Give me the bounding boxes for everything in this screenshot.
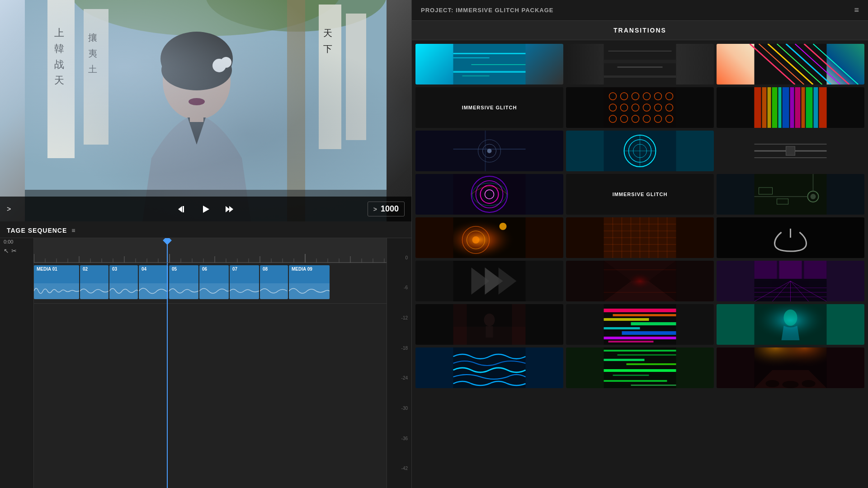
clip-03-label: 03 [109, 265, 138, 273]
thumb-20-art [566, 304, 714, 345]
media-clip-05[interactable]: 05 [169, 265, 198, 299]
transition-thumb-15[interactable] [717, 217, 864, 258]
clip-04-label: 04 [139, 265, 168, 273]
transition-thumb-16[interactable] [415, 261, 563, 301]
play-button[interactable] [201, 204, 211, 214]
transition-thumb-23[interactable] [566, 347, 714, 388]
thumb-24-art [717, 347, 864, 388]
transition-thumb-17[interactable] [566, 261, 714, 301]
svg-rect-220 [604, 380, 667, 382]
svg-rect-70 [462, 75, 490, 76]
transition-thumb-18[interactable] [717, 261, 864, 301]
clip-07-waveform [230, 283, 259, 299]
svg-rect-204 [631, 322, 676, 325]
clip-06-waveform [199, 283, 229, 299]
media-clip-08[interactable]: 08 [260, 265, 288, 299]
svg-rect-74 [618, 66, 663, 68]
transitions-title: TRANSITIONS [613, 27, 666, 34]
svg-point-228 [802, 380, 816, 387]
svg-rect-28 [183, 206, 184, 212]
svg-rect-202 [613, 314, 676, 316]
transition-thumb-11[interactable]: IMMERSIVE GLITCH [566, 174, 714, 215]
video-frame: 上 韓 战 天 攘 夷 土 天 下 [0, 0, 411, 221]
tracks-area: MEDIA 01 02 [34, 263, 411, 488]
blade-icon[interactable]: ✂ [11, 247, 17, 254]
media-clip-06[interactable]: 06 [199, 265, 229, 299]
clip-09-label: MEDIA 09 [289, 265, 330, 273]
svg-point-211 [784, 310, 797, 326]
time-label: 0:00 [0, 238, 33, 245]
clip-08-label: 08 [260, 265, 288, 273]
media-clip-07[interactable]: 07 [230, 265, 259, 299]
svg-rect-201 [604, 309, 676, 312]
expand-button[interactable]: > [7, 205, 11, 213]
pointer-icon[interactable]: ↖ [4, 247, 9, 254]
transition-thumb-12[interactable] [717, 174, 864, 215]
meter-6: -6 [391, 285, 408, 290]
media-clip-09[interactable]: MEDIA 09 [289, 265, 330, 299]
play-icon [201, 204, 211, 214]
ruler-svg [34, 238, 411, 263]
transition-thumb-13[interactable] [415, 217, 563, 258]
svg-rect-66 [453, 53, 526, 54]
transition-thumb-9[interactable] [717, 131, 864, 171]
svg-marker-31 [229, 206, 233, 212]
transition-thumb-5[interactable] [566, 87, 714, 128]
svg-marker-27 [178, 206, 182, 212]
clip-01-label: MEDIA 01 [34, 265, 79, 273]
svg-rect-221 [631, 385, 676, 386]
media-clip-03[interactable]: 03 [109, 265, 138, 299]
svg-rect-216 [604, 359, 645, 361]
clip-03-waveform [109, 283, 138, 299]
step-forward-button[interactable] [224, 204, 234, 214]
thumb-10-art [415, 174, 563, 215]
clip-05-waveform [169, 283, 198, 299]
timeline-main[interactable]: MEDIA 01 02 [34, 238, 411, 488]
video-controls-bar: > [0, 197, 411, 221]
video-overlay [0, 0, 411, 221]
transition-thumb-4[interactable]: IMMERSIVE GLITCH [415, 87, 563, 128]
transitions-header: TRANSITIONS [412, 21, 868, 40]
thumb-14-art [566, 217, 714, 258]
media-clip-01[interactable]: MEDIA 01 [34, 265, 79, 299]
transition-thumb-14[interactable] [566, 217, 714, 258]
svg-point-227 [783, 381, 799, 388]
rewind-button[interactable] [177, 204, 187, 214]
thumb-5-art [566, 87, 714, 128]
media-clip-04[interactable]: 04 [139, 265, 168, 299]
transition-thumb-7[interactable] [415, 131, 563, 171]
meter-24: -24 [391, 375, 408, 380]
transition-thumb-24[interactable] [717, 347, 864, 388]
transition-thumb-22[interactable] [415, 347, 563, 388]
transition-thumb-10[interactable] [415, 174, 563, 215]
media-clip-02[interactable]: 02 [80, 265, 108, 299]
meter-18: -18 [391, 346, 408, 351]
svg-rect-197 [486, 326, 493, 338]
transition-thumb-6[interactable] [717, 87, 864, 128]
timeline-ruler [34, 238, 411, 263]
waveform-svg-03 [109, 283, 138, 299]
thumb-19-art [415, 304, 563, 345]
svg-point-196 [484, 314, 495, 326]
svg-point-143 [811, 194, 816, 199]
transition-thumb-21[interactable] [717, 304, 864, 345]
thumb-6-art [717, 87, 864, 128]
thumb-18-art [717, 261, 864, 301]
thumb-9-art [717, 131, 864, 171]
timecode-display: > 1000 [368, 202, 405, 216]
meter-12: -12 [391, 315, 408, 320]
transition-thumb-19[interactable] [415, 304, 563, 345]
transition-thumb-2[interactable] [566, 44, 714, 84]
clip-01-waveform [34, 283, 79, 299]
transition-thumb-20[interactable] [566, 304, 714, 345]
meter-30: -30 [391, 406, 408, 411]
transition-thumb-8[interactable] [566, 131, 714, 171]
header-menu-icon[interactable]: ≡ [854, 5, 859, 15]
transition-thumb-3[interactable] [717, 44, 864, 84]
transition-thumb-1[interactable] [415, 44, 563, 84]
waveform-svg-06 [199, 283, 229, 299]
thumb-4-label: IMMERSIVE GLITCH [462, 105, 517, 110]
svg-rect-208 [609, 341, 654, 343]
svg-rect-71 [604, 44, 676, 84]
stage-menu-icon[interactable]: ≡ [71, 227, 75, 234]
